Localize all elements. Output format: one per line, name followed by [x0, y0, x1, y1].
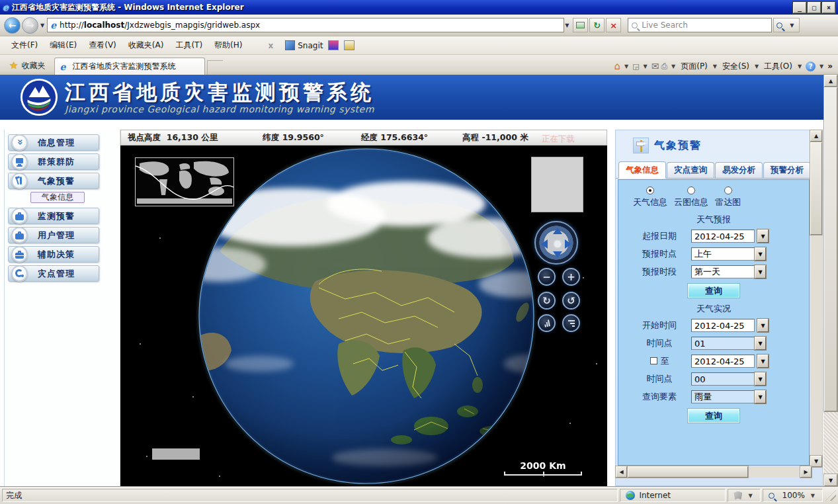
actual-end-date-combo[interactable]: 2012-04-25 ▼: [691, 355, 769, 368]
dropdown-arrow-icon[interactable]: ▼: [757, 230, 769, 243]
stop-button[interactable]: ×: [606, 18, 621, 32]
dropdown-arrow-icon[interactable]: ▼: [757, 355, 769, 368]
scrollbar-thumb[interactable]: [824, 87, 837, 411]
dropdown-arrow-icon[interactable]: ▼: [755, 390, 766, 403]
globe-viewport[interactable]: − + ↻ ↺ 2000 Km: [120, 146, 607, 486]
tab-hazard-query[interactable]: 灾点查询: [667, 162, 714, 178]
toolbar-close-icon[interactable]: x: [268, 41, 273, 50]
forecast-query-button[interactable]: 查询: [688, 284, 739, 298]
pan-left-icon[interactable]: [541, 239, 548, 249]
overflow-chevron-icon[interactable]: »: [827, 62, 833, 71]
refresh-button[interactable]: ↻: [589, 18, 605, 32]
page-menu-button[interactable]: 页面(P): [679, 61, 709, 72]
menu-edit[interactable]: 编辑(E): [44, 38, 83, 53]
sidebar-item-user-management[interactable]: 用户管理: [8, 227, 99, 243]
dropdown-arrow-icon[interactable]: ▼: [757, 319, 769, 332]
rotate-left-button[interactable]: ↻: [538, 292, 556, 310]
radio-icon[interactable]: [724, 187, 732, 194]
zoom-control[interactable]: 100% ▼: [763, 489, 823, 502]
home-dropdown-icon[interactable]: ▼: [624, 63, 628, 69]
zoom-out-button[interactable]: −: [538, 268, 556, 286]
tools-menu-button[interactable]: 工具(O): [763, 61, 794, 72]
pan-right-icon[interactable]: [565, 239, 571, 249]
panel-horizontal-scrollbar[interactable]: ◀ ▶: [616, 466, 812, 478]
scroll-right-icon[interactable]: ▶: [800, 466, 812, 478]
panel-vertical-scrollbar[interactable]: ▲ ▼: [810, 130, 822, 467]
menu-favorites[interactable]: 收藏夹(A): [122, 38, 170, 53]
maximize-button[interactable]: □: [808, 2, 821, 13]
feeds-icon[interactable]: ◲: [632, 62, 639, 71]
favorites-button[interactable]: ★ 收藏夹: [3, 58, 52, 73]
dropdown-arrow-icon[interactable]: ▼: [755, 265, 766, 278]
help-icon[interactable]: ?: [806, 62, 816, 71]
tab-warning-analysis[interactable]: 预警分析: [763, 162, 811, 178]
scroll-up-icon[interactable]: ▲: [824, 75, 837, 87]
protected-mode-dropdown-icon[interactable]: ▼: [748, 493, 752, 499]
new-tab-button[interactable]: [207, 60, 223, 75]
dropdown-arrow-icon[interactable]: ▼: [755, 372, 766, 386]
actual-end-hour-combo[interactable]: 00 ▼: [691, 372, 766, 386]
radio-icon[interactable]: [646, 187, 654, 194]
scrollbar-thumb[interactable]: [628, 466, 748, 478]
tab-weather-info[interactable]: 气象信息: [618, 161, 666, 179]
print-icon[interactable]: ⎙: [661, 62, 667, 71]
back-button[interactable]: ←: [4, 17, 21, 34]
forecast-time-combo[interactable]: 上午 ▼: [691, 247, 766, 261]
menu-help[interactable]: 帮助(H): [208, 38, 248, 53]
zoom-dropdown-icon[interactable]: ▼: [811, 493, 815, 499]
zoom-in-button[interactable]: +: [562, 268, 580, 286]
scroll-down-icon[interactable]: ▼: [824, 474, 837, 486]
until-checkbox[interactable]: [650, 357, 657, 364]
tilt-reset-button[interactable]: [562, 314, 580, 332]
minimize-button[interactable]: _: [793, 2, 806, 13]
tab-susceptibility-analysis[interactable]: 易发分析: [715, 162, 763, 178]
print-dropdown-icon[interactable]: ▼: [671, 63, 675, 69]
forward-button[interactable]: →: [22, 17, 38, 34]
pan-compass-control[interactable]: [534, 221, 578, 265]
search-options-dropdown-icon[interactable]: ▼: [790, 22, 794, 28]
mail-icon[interactable]: ✉: [651, 61, 659, 71]
url-dropdown-icon[interactable]: ▼: [565, 22, 569, 28]
sidebar-item-weather-warning[interactable]: 气象预警: [8, 173, 99, 189]
actual-query-button[interactable]: 查询: [688, 409, 739, 423]
browser-tab[interactable]: e 江西省地质灾害监测预警系统: [54, 58, 205, 75]
search-input[interactable]: Live Search: [628, 18, 772, 32]
history-dropdown-icon[interactable]: ▼: [40, 22, 44, 28]
resize-grip[interactable]: [825, 490, 836, 501]
scroll-down-icon[interactable]: ▼: [810, 456, 822, 467]
scrollbar-thumb[interactable]: [810, 142, 822, 235]
search-go-button[interactable]: ▼: [773, 18, 800, 32]
safety-menu-button[interactable]: 安全(S): [721, 61, 751, 72]
menu-file[interactable]: 文件(F): [5, 38, 44, 53]
feeds-dropdown-icon[interactable]: ▼: [644, 63, 648, 69]
pan-up-icon[interactable]: [553, 228, 562, 234]
query-element-combo[interactable]: 雨量 ▼: [691, 390, 766, 403]
page-dropdown-icon[interactable]: ▼: [713, 63, 717, 69]
snagit-button[interactable]: Snagit: [298, 41, 323, 50]
dropdown-arrow-icon[interactable]: ▼: [755, 337, 766, 350]
sidebar-item-decision-support[interactable]: 辅助决策: [8, 246, 99, 263]
actual-start-hour-combo[interactable]: 01 ▼: [691, 337, 766, 350]
sidebar-item-info-management[interactable]: 信息管理: [8, 134, 99, 151]
url-input[interactable]: e http://localhost/Jxdzwebgis_mapgis/gri…: [47, 18, 564, 32]
sidebar-item-monitoring-warning[interactable]: 监测预警: [8, 208, 99, 224]
radio-icon[interactable]: [687, 187, 695, 194]
forecast-period-combo[interactable]: 第一天 ▼: [691, 265, 766, 278]
compatibility-view-button[interactable]: [573, 18, 588, 32]
menu-tools[interactable]: 工具(T): [169, 38, 208, 53]
menu-view[interactable]: 查看(V): [83, 38, 122, 53]
close-button[interactable]: ×: [822, 2, 835, 13]
help-dropdown-icon[interactable]: ▼: [819, 63, 823, 69]
snagit-profile-icon[interactable]: [344, 40, 355, 50]
actual-start-date-combo[interactable]: 2012-04-25 ▼: [691, 319, 769, 332]
pan-down-icon[interactable]: [553, 251, 562, 258]
snagit-capture-icon[interactable]: [328, 40, 339, 50]
safety-dropdown-icon[interactable]: ▼: [755, 63, 759, 69]
radio-cloud-image[interactable]: 云图信息: [674, 187, 708, 208]
scroll-left-icon[interactable]: ◀: [616, 466, 627, 478]
home-icon[interactable]: ⌂: [614, 60, 620, 72]
sidebar-item-hazard-point-management[interactable]: 灾点管理: [8, 265, 99, 282]
radio-weather-info[interactable]: 天气信息: [633, 187, 667, 208]
forecast-date-combo[interactable]: 2012-04-25 ▼: [691, 230, 769, 243]
page-vertical-scrollbar[interactable]: ▲ ▼: [823, 75, 838, 486]
